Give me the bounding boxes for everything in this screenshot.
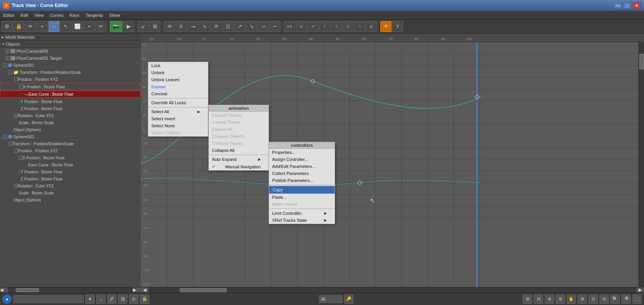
ctx-select-all[interactable]: Select All ▶ (148, 108, 208, 115)
curve-scroll-right[interactable]: ▶ (636, 287, 644, 293)
tree-item-scale1[interactable]: Scale : Bezier Scale (0, 119, 141, 126)
add-button[interactable]: + (37, 21, 48, 32)
tree-h-scrollbar[interactable]: ◀ ▶ (0, 287, 141, 293)
status-hand-btn[interactable]: ✋ (567, 294, 576, 304)
tb3[interactable]: ↙ (138, 21, 149, 32)
h-scroll-thumb[interactable] (16, 288, 39, 292)
tree-item-xpos1[interactable]: - X Position : Bezier Float (0, 83, 141, 90)
objects-header[interactable]: ▼ Objects (0, 41, 141, 48)
ctx-select-none[interactable]: Select None (148, 122, 208, 129)
region-button[interactable]: ⬜ (72, 21, 83, 32)
tree-item-xpos2[interactable]: - X Position : Bezier Float (0, 154, 141, 161)
scroll-left-btn[interactable]: ◀ (0, 287, 8, 293)
select-button[interactable]: ↖ (60, 21, 71, 32)
ctx-lock[interactable]: Lock (148, 62, 208, 69)
tree-item-ypos2[interactable]: | Y Position : Bezier Float (0, 168, 141, 175)
expand-icon-rotation1[interactable]: + (14, 114, 18, 118)
menu-keys[interactable]: Keys (66, 12, 82, 18)
tree-item-objectsphere2[interactable]: Object (Sphere) (0, 196, 141, 203)
status-lock2-btn[interactable]: 🔒 (140, 294, 149, 304)
collapse-icon-transform2[interactable]: - (9, 142, 13, 146)
camera-button[interactable]: 📷 (110, 21, 122, 32)
status-funnel-btn[interactable]: ⬦ (96, 294, 106, 304)
tb12[interactable]: ↘ (246, 21, 257, 32)
status-rocket-btn[interactable]: 🚀 (107, 294, 117, 304)
menu-editor[interactable]: Editor (0, 12, 18, 18)
status-filter-btn[interactable]: ▼ (85, 294, 95, 304)
ctx-collect-params[interactable]: Collect Parameters (269, 170, 335, 177)
ctx-add-edit-params[interactable]: Add/Edit Parameters... (269, 163, 335, 170)
minimize-button[interactable]: — (614, 2, 622, 9)
tb17[interactable]: ↗ (307, 21, 318, 32)
menu-view[interactable]: View (31, 12, 47, 18)
tb7[interactable]: ↝ (187, 21, 198, 32)
ctx-conceal[interactable]: Conceal (148, 90, 208, 97)
tb11[interactable]: ↗ (234, 21, 245, 32)
status-icon-sphere[interactable]: ● (2, 294, 12, 304)
tree-item-scale2[interactable]: Scale : Bezier Scale (0, 189, 141, 196)
tb6[interactable]: X (176, 21, 187, 32)
curve-h-scrollbar[interactable]: ◀ ▶ (141, 287, 644, 293)
status-chain-btn[interactable]: ⛓ (118, 294, 127, 304)
ctx-manual-nav[interactable]: ✓ Manual Navigation (209, 163, 269, 170)
collapse-icon-sphere002[interactable]: - (3, 135, 7, 139)
tb24[interactable]: Y (392, 21, 403, 32)
ctx-paste[interactable]: Paste... (269, 194, 335, 201)
close-button[interactable]: ✕ (632, 2, 641, 9)
collapse-icon-xpos2[interactable]: - (19, 156, 23, 160)
tree-item-zpos2[interactable]: | Z Position : Bezier Float (0, 175, 141, 182)
collapse-icon-posxyz2[interactable]: - (14, 149, 18, 153)
status-r8[interactable]: ⊟ (599, 294, 609, 304)
tree-item-easecurve2[interactable]: Ease Curve : Bezier Float (0, 161, 141, 168)
tb18[interactable]: / (319, 21, 330, 32)
tb13[interactable]: ⤻ (258, 21, 269, 32)
expand-icon-rotation2[interactable]: + (14, 184, 18, 188)
expand-icon-2[interactable]: + (5, 56, 9, 60)
filter-button[interactable]: ⚙ (2, 21, 13, 32)
ctx-auto-expand[interactable]: Auto Expand ▶ (209, 156, 269, 163)
maximize-button[interactable]: □ (623, 2, 631, 9)
collapse-icon-sphere001[interactable]: - (3, 63, 7, 67)
tree-item-transform2[interactable]: - Transform : Position/Rotation/Scale (0, 140, 141, 147)
expand-icon[interactable]: + (5, 49, 9, 53)
collapse-icon-posxyz1[interactable]: - (14, 77, 18, 81)
ctx-publish-params[interactable]: Publish Parameters... (269, 177, 335, 184)
ctx-select-invert[interactable]: Select Invert (148, 115, 208, 122)
status-fullscreen-btn[interactable]: ⛶ (632, 294, 642, 304)
ctx-copy[interactable]: Copy (269, 186, 335, 194)
menu-edit[interactable]: Edit (18, 12, 31, 18)
tree-item-easecurve1[interactable]: — Ease Curve : Bezier Float (0, 91, 141, 98)
tree-item-objectsphere1[interactable]: Object (Sphere) (0, 126, 141, 133)
tree-item-posxyz2[interactable]: - Position : Position XYZ (0, 147, 141, 154)
pencil-button[interactable]: ✏ (95, 21, 106, 32)
status-r7[interactable]: ⊡ (588, 294, 598, 304)
ctx-override-all-locks[interactable]: Override All Locks (148, 99, 208, 106)
status-name-field[interactable] (13, 295, 84, 303)
menu-show[interactable]: Show (106, 12, 123, 18)
tree-item-sphere001[interactable]: - Sphere001 (0, 62, 141, 69)
curve-scroll-left[interactable]: ◀ (141, 287, 149, 293)
status-r3[interactable]: ⊕ (545, 294, 554, 304)
curve-scroll-track[interactable] (149, 287, 636, 293)
status-key-btn[interactable]: 🔑 (344, 294, 353, 304)
lock-button[interactable]: 🔒 (13, 21, 24, 32)
tb22[interactable]: ⊏ (366, 21, 377, 32)
tb9[interactable]: ⟳ (211, 21, 222, 32)
collapse-icon-transform1[interactable]: - (9, 70, 13, 74)
ctx-unlock-leaves[interactable]: Unlock Leaves (148, 76, 208, 83)
scroll-right-btn[interactable]: ▶ (133, 287, 141, 293)
tree-item-ypos1[interactable]: | Y Position : Bezier Float (0, 98, 141, 105)
tree-item-sphere002[interactable]: - Sphere002 (0, 133, 141, 140)
status-target-btn[interactable]: ◎ (129, 294, 138, 304)
tb14[interactable]: ⤺ (269, 21, 280, 32)
status-r2[interactable]: ⊟ (534, 294, 543, 304)
curve-h-thumb[interactable] (180, 288, 227, 292)
tree-item-physcam001[interactable]: + PhysCamera001 (0, 48, 141, 55)
tb8[interactable]: ∿ (199, 21, 210, 32)
status-r6[interactable]: ⊞ (578, 294, 587, 304)
eye-button[interactable]: 👁 (380, 21, 391, 32)
status-r1[interactable]: ⊞ (523, 294, 532, 304)
tb19[interactable]: \ (331, 21, 342, 32)
medit-materials-header[interactable]: ▶ Medit Materials (0, 34, 141, 41)
tb16[interactable]: ∧ (296, 21, 307, 32)
